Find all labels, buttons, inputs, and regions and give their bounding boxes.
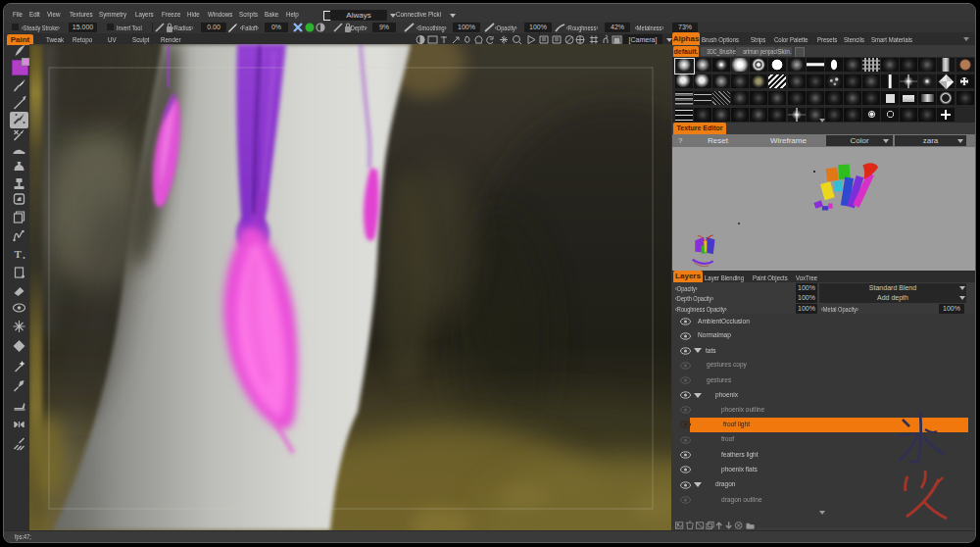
- svg-text:T: T: [15, 248, 23, 260]
